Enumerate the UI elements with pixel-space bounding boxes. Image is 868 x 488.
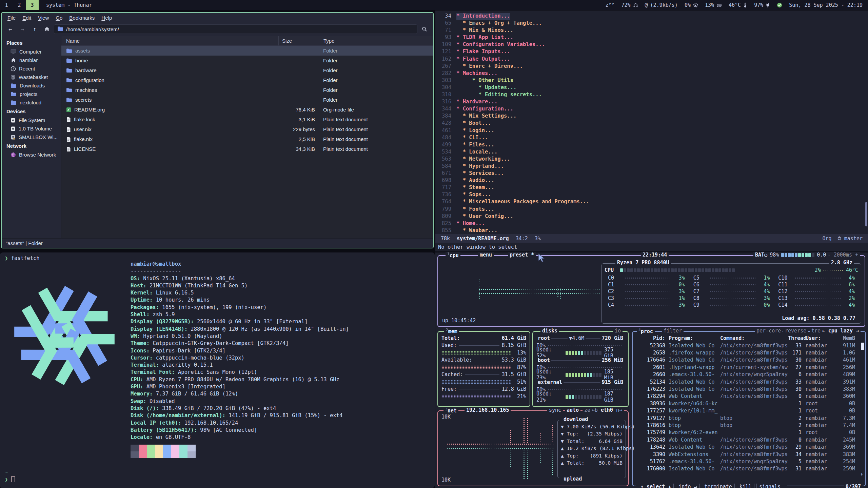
up-button[interactable]: ↑: [29, 24, 40, 34]
preset-button[interactable]: preset *: [510, 252, 534, 258]
org-heading-line[interactable]: 71 * Nix & Nixos...: [435, 27, 868, 34]
file-row-flake-lock[interactable]: flake.lock3,1 KiBPlain text document: [61, 115, 433, 124]
proc-header-threads[interactable]: Threads:: [788, 335, 806, 341]
proc-sort[interactable]: ← cpu lazy →: [822, 328, 859, 334]
proc-per-core[interactable]: per-core: [756, 328, 781, 334]
menu-bookmarks[interactable]: Bookmarks: [66, 14, 98, 22]
search-button[interactable]: [419, 24, 430, 34]
org-heading-line[interactable]: 384 * Nix Settings...: [435, 113, 868, 120]
process-row[interactable]: 51762.emacs-31.0.50-/nix/store/wnqz5pa8r…: [636, 458, 862, 465]
net-auto[interactable]: auto: [567, 407, 579, 413]
column-header-type[interactable]: Type: [320, 36, 433, 45]
process-row[interactable]: 176646Isolated Web Co/nix/store/sm8fmrf3…: [636, 357, 862, 364]
path-bar[interactable]: /home/nambiar/system/: [54, 24, 417, 34]
org-heading-line[interactable]: 855 * Waubar...: [435, 227, 868, 235]
sidebar-item-smallbox-wi-[interactable]: SMALLBOX Wi...: [2, 133, 61, 141]
process-row[interactable]: 178616btopbtop2nambiar7.4M0.0: [636, 422, 862, 429]
proc-header-memb[interactable]: MemB: [835, 335, 855, 341]
process-row[interactable]: 38936kworker/u64:6-kc1root0B0.0: [636, 400, 862, 407]
org-heading-line[interactable]: 282* Machines...: [435, 70, 868, 77]
org-heading-line[interactable]: 267 * Envrc + Direnv...: [435, 63, 868, 70]
process-row[interactable]: 3390WebExtensions/nix/store/sm8fmrf3wps4…: [636, 451, 862, 458]
file-row-machines[interactable]: machinesFolder: [61, 85, 433, 95]
menu-go[interactable]: Go: [53, 14, 65, 22]
tray-battery[interactable]: 97%: [754, 2, 770, 8]
footer-terminate[interactable]: terminate: [702, 484, 735, 488]
workspace-button-2[interactable]: 2: [13, 0, 26, 10]
proc-filter[interactable]: filter: [664, 328, 682, 334]
tab-proc[interactable]: proc: [641, 328, 653, 334]
tray-memory[interactable]: 13%: [705, 2, 722, 8]
file-row-assets[interactable]: assetsFolder: [61, 46, 433, 56]
process-row[interactable]: 179127btopbtop2nambiar7.3M0.0: [636, 414, 862, 422]
org-heading-line[interactable]: 304 * Updates...: [435, 84, 868, 92]
home-button[interactable]: [42, 24, 52, 34]
tray-clock[interactable]: Sun, 28 Sep 2025 - 22:19: [789, 2, 863, 8]
workspace-button-3[interactable]: 3: [26, 0, 39, 10]
sidebar-item-wastebasket[interactable]: Wastebasket: [2, 73, 61, 81]
footer-info[interactable]: info ↵: [676, 484, 699, 488]
sidebar-item-recent[interactable]: Recent: [2, 64, 61, 73]
org-heading-line[interactable]: 121* Flake Inputs...: [435, 48, 868, 56]
sidebar-item-nambiar[interactable]: nambiar: [2, 56, 61, 64]
org-heading-line[interactable]: 736 * Sops...: [435, 191, 868, 199]
org-heading-line[interactable]: 93* TLDR App List...: [435, 34, 868, 41]
org-heading-line[interactable]: 764 * Miscellaneous Packages and Program…: [435, 199, 868, 206]
tab-cpu[interactable]: cpu: [450, 252, 459, 259]
sidebar-item-projects[interactable]: projects: [2, 90, 61, 98]
process-row[interactable]: 177257kworker/10:1-mm_1root0B0.0: [636, 407, 862, 414]
file-row-user-nix[interactable]: user.nix229 bytesPlain text document: [61, 124, 433, 134]
file-row-flake-nix[interactable]: flake.nix2,5 KiBPlain text document: [61, 134, 433, 144]
sidebar-item-computer[interactable]: Computer: [2, 47, 61, 56]
column-header-size[interactable]: Size: [278, 36, 320, 45]
column-header-name[interactable]: Name: [61, 36, 278, 45]
file-row-home[interactable]: homeFolder: [61, 56, 433, 65]
iface-prev[interactable]: ←b: [592, 407, 598, 413]
process-row[interactable]: 13642Isolated Web Co/nix/store/sm8fmrf3w…: [636, 443, 862, 450]
org-heading-line[interactable]: 109* Configuration Variables...: [435, 41, 868, 48]
process-row[interactable]: 2601.Hyprland-wrapp/run/current-system/s…: [636, 364, 862, 371]
proc-header-command[interactable]: Command:: [720, 335, 788, 341]
tab-net[interactable]: net: [448, 408, 457, 414]
org-heading-line[interactable]: 698 * Audio...: [435, 177, 868, 184]
iface-next[interactable]: n→: [616, 407, 622, 413]
proc-header-program[interactable]: Program:: [669, 335, 720, 341]
terminal-window[interactable]: ❯ fastfetch nambiar@smallbox------------…: [0, 252, 435, 488]
org-heading-line[interactable]: 484 * CLI...: [435, 135, 868, 142]
process-row[interactable]: 175749kworker/6:2-even1root0B0.0: [636, 429, 862, 436]
org-heading-line[interactable]: 344* Configuration...: [435, 106, 868, 113]
tab-mem[interactable]: mem: [448, 328, 457, 334]
emacs-scrollbar[interactable]: [865, 202, 867, 226]
tray-cpu[interactable]: 0%: [685, 2, 698, 8]
scroll-down-arrow[interactable]: ↓: [860, 471, 863, 477]
proc-header-user[interactable]: User:: [806, 335, 835, 341]
menu-edit[interactable]: Edit: [19, 14, 34, 22]
menu-help[interactable]: Help: [98, 14, 115, 22]
process-row[interactable]: 2658.firefox-wrappe/nix/store/sm8fmrf3wp…: [636, 349, 862, 356]
org-heading-line[interactable]: 799 * Fonts...: [435, 206, 868, 213]
forward-button[interactable]: →: [17, 24, 27, 34]
refresh-interval[interactable]: - 2000ms +: [828, 252, 858, 258]
file-row-secrets[interactable]: secretsFolder: [61, 95, 433, 105]
process-scrollbar[interactable]: [861, 343, 864, 350]
org-heading-line[interactable]: 461 * Login...: [435, 127, 868, 135]
org-heading-line[interactable]: 428 * Boot...: [435, 120, 868, 127]
file-row-readme-org[interactable]: README.org76,4 KiBOrg-mode file: [61, 105, 433, 115]
back-button[interactable]: ←: [5, 24, 15, 34]
sidebar-item-nextcloud[interactable]: nextcloud: [2, 98, 61, 107]
workspace-button-1[interactable]: 1: [0, 0, 13, 10]
process-row[interactable]: 2660.emacs-31.0.50-/nix/store/wnqz5pa8ra…: [636, 371, 862, 378]
file-row-configuration[interactable]: configurationFolder: [61, 75, 433, 85]
proc-reverse[interactable]: reverse: [785, 328, 806, 334]
proc-header-pid[interactable]: Pid:: [636, 335, 669, 341]
sidebar-item-1-0-tb-volume[interactable]: 1,0 TB Volume: [2, 124, 61, 133]
org-heading-line[interactable]: 809 * User Config...: [435, 213, 868, 220]
tray-volume[interactable]: 72%: [621, 2, 638, 8]
footer-signals[interactable]: signals: [756, 484, 783, 488]
footer-kill[interactable]: kill: [737, 484, 754, 488]
process-row[interactable]: 52368Isolated Web Co/nix/store/sm8fmrf3w…: [636, 342, 862, 349]
tray-temperature[interactable]: 46°C: [729, 2, 747, 8]
footer-select[interactable]: ↑ select ↓: [638, 484, 674, 488]
org-heading-line[interactable]: 34* Introduction...: [435, 13, 868, 20]
org-heading-line[interactable]: 65 * Emacs + Org + Tangle...: [435, 20, 868, 27]
